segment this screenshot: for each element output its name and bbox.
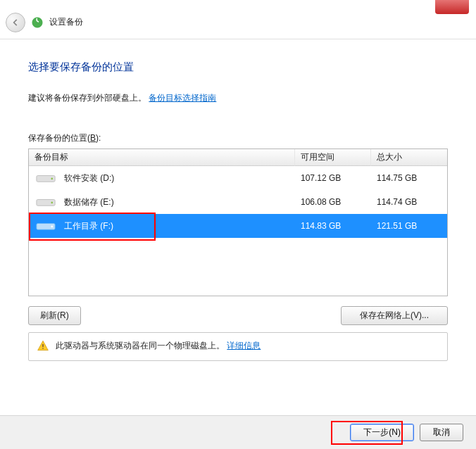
label-pre: 保存备份的位置( (28, 133, 90, 143)
drive-name: 工作目录 (F:) (64, 220, 113, 232)
drive-free: 106.08 GB (295, 197, 371, 207)
drive-row[interactable]: 数据储存 (E:) 106.08 GB 114.74 GB (29, 190, 447, 214)
page-title: 选择要保存备份的位置 (28, 61, 448, 74)
col-free-space[interactable]: 可用空间 (295, 149, 371, 166)
label-post: ): (96, 133, 101, 143)
back-button[interactable] (6, 13, 25, 32)
warning-details-link[interactable]: 详细信息 (227, 341, 261, 350)
label-accel: B (90, 133, 96, 143)
header-title: 设置备份 (49, 16, 83, 28)
table-body: 软件安装 (D:) 107.12 GB 114.75 GB 数据储存 (E:) … (29, 166, 447, 296)
col-backup-target[interactable]: 备份目标 (29, 149, 295, 166)
window-close-stub[interactable] (435, 0, 469, 14)
drive-row[interactable]: 软件安装 (D:) 107.12 GB 114.75 GB (29, 166, 447, 190)
drive-icon (35, 172, 57, 184)
wizard-footer: 下一步(N) 取消 (0, 415, 476, 449)
warning-panel: 此驱动器与系统驱动器在同一个物理磁盘上。 详细信息 (28, 332, 448, 361)
table-header: 备份目标 可用空间 总大小 (29, 149, 447, 166)
drive-name: 数据储存 (E:) (64, 196, 114, 208)
next-button[interactable]: 下一步(N) (350, 424, 414, 441)
advice-text: 建议将备份保存到外部硬盘上。 备份目标选择指南 (28, 92, 448, 104)
wizard-header: 设置备份 (0, 6, 476, 39)
drive-row-selected[interactable]: 工作目录 (F:) 114.83 GB 121.51 GB (29, 214, 447, 238)
location-list-label: 保存备份的位置(B): (28, 132, 448, 144)
advice-prefix: 建议将备份保存到外部硬盘上。 (28, 93, 146, 103)
drive-icon (35, 196, 57, 208)
warning-text: 此驱动器与系统驱动器在同一个物理磁盘上。 (56, 341, 225, 350)
drive-total: 121.51 GB (371, 221, 447, 231)
drive-list[interactable]: 备份目标 可用空间 总大小 软件安装 (D:) 107.12 GB 114.75… (28, 148, 448, 296)
drive-icon (35, 220, 57, 232)
save-on-network-button[interactable]: 保存在网络上(V)... (341, 306, 448, 325)
refresh-button[interactable]: 刷新(R) (28, 306, 81, 325)
drive-total: 114.75 GB (371, 173, 447, 183)
drive-free: 107.12 GB (295, 173, 371, 183)
drive-name: 软件安装 (D:) (64, 172, 114, 184)
warning-icon (37, 340, 49, 353)
svg-point-5 (51, 226, 53, 228)
svg-rect-7 (42, 348, 43, 348)
svg-rect-6 (42, 344, 43, 347)
svg-point-1 (51, 178, 53, 180)
col-total-size[interactable]: 总大小 (371, 149, 447, 166)
backup-icon (31, 16, 44, 29)
cancel-button[interactable]: 取消 (420, 424, 463, 441)
advice-link[interactable]: 备份目标选择指南 (149, 93, 216, 103)
drive-free: 114.83 GB (295, 221, 371, 231)
svg-point-3 (51, 202, 53, 204)
drive-total: 114.74 GB (371, 197, 447, 207)
arrow-left-icon (11, 18, 20, 27)
